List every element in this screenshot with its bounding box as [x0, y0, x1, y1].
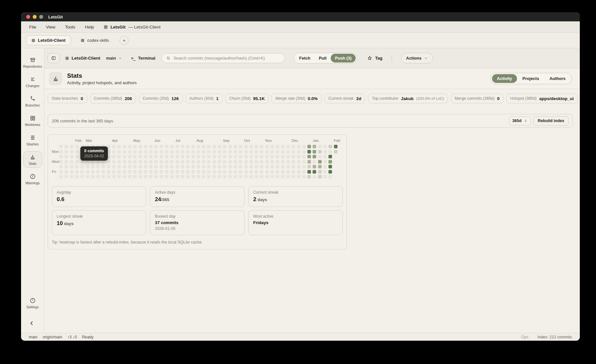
heatmap-cell[interactable] — [123, 160, 126, 164]
heatmap-cell[interactable] — [170, 170, 174, 174]
heatmap-cell[interactable] — [239, 165, 242, 168]
heatmap-cell[interactable] — [328, 170, 332, 174]
heatmap-cell[interactable] — [128, 170, 132, 174]
heatmap-cell[interactable] — [270, 150, 274, 154]
heatmap-cell[interactable] — [165, 165, 168, 168]
heatmap-cell[interactable] — [59, 175, 63, 178]
heatmap-cell[interactable] — [170, 150, 174, 154]
heatmap-cell[interactable] — [239, 170, 242, 174]
heatmap-cell[interactable] — [249, 165, 253, 168]
heatmap-cell[interactable] — [91, 165, 95, 168]
heatmap-cell[interactable] — [112, 165, 116, 168]
close-window-button[interactable] — [26, 15, 30, 19]
heatmap-cell[interactable] — [70, 175, 74, 178]
heatmap-cell[interactable] — [207, 155, 211, 158]
heatmap-cell[interactable] — [123, 165, 126, 168]
heatmap-cell[interactable] — [64, 170, 68, 174]
heatmap-cell[interactable] — [239, 175, 242, 178]
heatmap-cell[interactable] — [323, 165, 327, 168]
heatmap-cell[interactable] — [302, 160, 306, 164]
heatmap-cell[interactable] — [144, 170, 147, 174]
heatmap-cell[interactable] — [197, 175, 200, 178]
heatmap-cell[interactable] — [86, 175, 89, 178]
heatmap-cell[interactable] — [270, 155, 274, 158]
heatmap-cell[interactable] — [170, 165, 174, 168]
sidebar-item-warnings[interactable]: Warnings — [23, 171, 42, 187]
heatmap-cell[interactable] — [234, 165, 237, 168]
heatmap-cell[interactable] — [281, 155, 285, 158]
heatmap-cell[interactable] — [186, 160, 189, 164]
heatmap-cell[interactable] — [186, 150, 189, 154]
heatmap-cell[interactable] — [281, 170, 285, 174]
heatmap-cell[interactable] — [112, 155, 116, 158]
heatmap-cell[interactable] — [176, 175, 179, 178]
heatmap-cell[interactable] — [202, 145, 205, 148]
heatmap-cell[interactable] — [202, 165, 205, 168]
heatmap-cell[interactable] — [139, 160, 142, 164]
zoom-window-button[interactable] — [39, 15, 43, 19]
heatmap-cell[interactable] — [255, 150, 258, 154]
heatmap-cell[interactable] — [202, 150, 205, 154]
heatmap-cell[interactable] — [276, 170, 279, 174]
heatmap-cell[interactable] — [239, 160, 242, 164]
heatmap-cell[interactable] — [207, 145, 211, 148]
heatmap-cell[interactable] — [197, 160, 200, 164]
heatmap-cell[interactable] — [244, 175, 248, 178]
heatmap-cell[interactable] — [244, 150, 248, 154]
heatmap-cell[interactable] — [328, 155, 332, 158]
heatmap-cell[interactable] — [218, 150, 221, 154]
minimize-window-button[interactable] — [33, 15, 37, 19]
heatmap-cell[interactable] — [323, 155, 327, 158]
heatmap-cell[interactable] — [170, 155, 174, 158]
heatmap-cell[interactable] — [191, 155, 195, 158]
heatmap-cell[interactable] — [255, 175, 258, 178]
heatmap-cell[interactable] — [154, 165, 158, 168]
heatmap-cell[interactable] — [328, 160, 332, 164]
heatmap-cell[interactable] — [292, 165, 295, 168]
heatmap-cell[interactable] — [139, 155, 142, 158]
fetch-button[interactable]: Fetch — [295, 53, 315, 63]
heatmap-cell[interactable] — [186, 145, 189, 148]
heatmap-cell[interactable] — [239, 150, 242, 154]
heatmap-cell[interactable] — [202, 155, 205, 158]
heatmap-cell[interactable] — [75, 145, 79, 148]
heatmap-cell[interactable] — [297, 150, 301, 154]
heatmap-cell[interactable] — [165, 160, 168, 164]
heatmap-cell[interactable] — [302, 150, 306, 154]
heatmap-cell[interactable] — [107, 170, 110, 174]
heatmap-cell[interactable] — [328, 150, 332, 154]
heatmap-cell[interactable] — [281, 175, 285, 178]
heatmap-cell[interactable] — [323, 150, 327, 154]
heatmap-cell[interactable] — [292, 155, 295, 158]
heatmap-cell[interactable] — [64, 160, 68, 164]
heatmap-cell[interactable] — [149, 155, 153, 158]
heatmap-cell[interactable] — [75, 155, 79, 158]
heatmap-cell[interactable] — [91, 170, 95, 174]
heatmap-cell[interactable] — [249, 145, 253, 148]
heatmap-cell[interactable] — [276, 160, 279, 164]
heatmap-cell[interactable] — [249, 155, 253, 158]
heatmap-cell[interactable] — [228, 145, 232, 148]
heatmap-cell[interactable] — [123, 170, 126, 174]
heatmap-cell[interactable] — [307, 150, 311, 154]
heatmap-cell[interactable] — [292, 160, 295, 164]
heatmap-cell[interactable] — [186, 175, 189, 178]
heatmap-cell[interactable] — [96, 175, 100, 178]
heatmap-cell[interactable] — [249, 160, 253, 164]
heatmap-cell[interactable] — [86, 170, 89, 174]
heatmap-cell[interactable] — [64, 155, 68, 158]
heatmap-cell[interactable] — [202, 175, 205, 178]
sidebar-item-branches[interactable]: Branches — [23, 93, 42, 109]
heatmap-cell[interactable] — [165, 145, 168, 148]
heatmap-cell[interactable] — [59, 155, 63, 158]
heatmap-cell[interactable] — [70, 160, 74, 164]
heatmap-cell[interactable] — [160, 155, 163, 158]
heatmap-cell[interactable] — [218, 165, 221, 168]
tag-button[interactable]: Tag — [367, 55, 382, 61]
heatmap-cell[interactable] — [313, 145, 316, 148]
heatmap-cell[interactable] — [286, 145, 290, 148]
heatmap-cell[interactable] — [133, 170, 137, 174]
heatmap-cell[interactable] — [281, 165, 285, 168]
heatmap-cell[interactable] — [255, 160, 258, 164]
tab-codex-skills[interactable]: codex-skills — [75, 35, 114, 45]
